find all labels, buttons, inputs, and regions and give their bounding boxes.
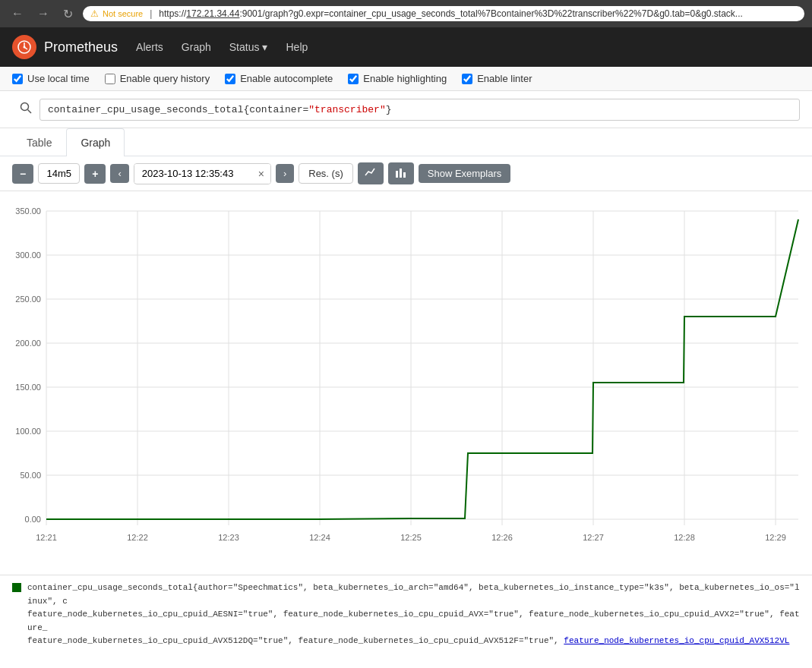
datetime-input[interactable] [134, 164, 252, 183]
svg-text:100.00: 100.00 [15, 427, 41, 436]
svg-text:12:28: 12:28 [674, 533, 695, 542]
line-chart-button[interactable] [358, 162, 384, 184]
svg-text:150.00: 150.00 [15, 383, 41, 392]
svg-text:200.00: 200.00 [15, 339, 41, 348]
legend-line-1: container_cpu_usage_seconds_total{author… [27, 581, 800, 608]
query-input-display[interactable]: container_cpu_usage_seconds_total{contai… [39, 99, 800, 121]
svg-text:250.00: 250.00 [15, 295, 41, 304]
enable-linter-option[interactable]: Enable linter [462, 73, 532, 84]
time-range-decrease-button[interactable]: − [12, 164, 33, 184]
refresh-button[interactable]: ↻ [59, 5, 77, 23]
brand: Prometheus [12, 35, 118, 59]
svg-text:12:29: 12:29 [765, 533, 786, 542]
graph-controls: − + ‹ × › Res. (s) Show Exemplars [0, 156, 812, 191]
svg-point-2 [21, 103, 29, 111]
browser-chrome: ← → ↻ ⚠ Not secure | https://172.21.34.4… [0, 0, 812, 27]
datetime-clear-button[interactable]: × [252, 164, 270, 184]
svg-text:12:22: 12:22 [127, 533, 148, 542]
use-local-time-option[interactable]: Use local time [12, 73, 90, 84]
query-text-prefix: container_cpu_usage_seconds_total{contai… [48, 104, 308, 115]
legend-line-2: feature_node_kubernetes_io_cpu_cpuid_AES… [27, 608, 800, 635]
svg-text:12:24: 12:24 [309, 533, 330, 542]
help-link[interactable]: Help [286, 41, 308, 53]
datetime-group: × [134, 163, 271, 184]
status-dropdown[interactable]: Status ▾ [229, 41, 268, 53]
time-next-button[interactable]: › [276, 164, 294, 183]
svg-rect-5 [400, 169, 402, 178]
url-display: https://172.21.34.44:9001/graph?g0.expr=… [159, 8, 743, 19]
query-bar: container_cpu_usage_seconds_total{contai… [0, 91, 812, 128]
enable-highlighting-label: Enable highlighting [363, 73, 447, 84]
graph-nav-link[interactable]: Graph [182, 41, 211, 53]
enable-linter-label: Enable linter [477, 73, 532, 84]
use-local-time-label: Use local time [27, 73, 90, 84]
tab-table[interactable]: Table [12, 128, 66, 156]
enable-autocomplete-checkbox[interactable] [225, 74, 235, 84]
enable-query-history-checkbox[interactable] [105, 74, 115, 84]
enable-autocomplete-option[interactable]: Enable autocomplete [225, 73, 333, 84]
svg-rect-6 [403, 172, 406, 178]
enable-query-history-option[interactable]: Enable query history [105, 73, 210, 84]
svg-text:300.00: 300.00 [15, 250, 41, 260]
svg-text:0.00: 0.00 [25, 515, 41, 524]
time-prev-button[interactable]: ‹ [110, 164, 128, 183]
use-local-time-checkbox[interactable] [12, 74, 23, 84]
tab-graph[interactable]: Graph [66, 128, 125, 156]
legend-area: container_cpu_usage_seconds_total{author… [0, 575, 812, 654]
enable-query-history-label: Enable query history [120, 73, 210, 84]
not-secure-label: Not secure [103, 9, 143, 18]
svg-text:350.00: 350.00 [15, 206, 41, 216]
back-button[interactable]: ← [8, 5, 27, 22]
svg-text:12:25: 12:25 [400, 533, 422, 542]
svg-rect-4 [396, 171, 398, 178]
legend-item: container_cpu_usage_seconds_total{author… [12, 581, 800, 648]
svg-text:50.00: 50.00 [20, 471, 41, 480]
address-bar[interactable]: ⚠ Not secure | https://172.21.34.44:9001… [83, 6, 804, 21]
tabs-bar: Table Graph [0, 128, 812, 156]
svg-point-1 [24, 46, 26, 49]
svg-text:12:23: 12:23 [218, 533, 239, 542]
enable-highlighting-option[interactable]: Enable highlighting [348, 73, 447, 84]
brand-name: Prometheus [44, 39, 118, 55]
prometheus-logo [12, 35, 36, 59]
legend-highlight-link[interactable]: feature_node_kubernetes_io_cpu_cpuid_AVX… [564, 636, 789, 645]
time-range-increase-button[interactable]: + [84, 164, 106, 184]
forward-button[interactable]: → [33, 5, 53, 22]
svg-text:12:21: 12:21 [36, 533, 57, 542]
enable-linter-checkbox[interactable] [462, 74, 472, 84]
options-bar: Use local time Enable query history Enab… [0, 67, 812, 91]
enable-highlighting-checkbox[interactable] [348, 74, 359, 84]
security-warning-icon: ⚠ [90, 8, 99, 19]
svg-text:12:27: 12:27 [583, 533, 604, 542]
navbar: Prometheus Alerts Graph Status ▾ Help [0, 27, 812, 67]
legend-text: container_cpu_usage_seconds_total{author… [27, 581, 800, 648]
search-icon [12, 97, 39, 121]
show-exemplars-button[interactable]: Show Exemplars [419, 164, 511, 183]
chart-area: 350.00 300.00 250.00 200.00 150.00 100.0… [0, 191, 812, 575]
svg-text:12:26: 12:26 [491, 533, 513, 542]
legend-line-3: feature_node_kubernetes_io_cpu_cpuid_AVX… [27, 635, 800, 648]
svg-line-3 [28, 110, 32, 114]
resolution-button[interactable]: Res. (s) [299, 163, 353, 184]
enable-autocomplete-label: Enable autocomplete [240, 73, 333, 84]
chart-svg: 350.00 300.00 250.00 200.00 150.00 100.0… [12, 199, 800, 571]
alerts-link[interactable]: Alerts [136, 41, 163, 53]
legend-color-box [12, 583, 21, 592]
query-text-value: "transcriber" [308, 104, 385, 115]
query-text-suffix: } [386, 104, 392, 115]
time-range-input[interactable] [38, 163, 80, 184]
bar-chart-button[interactable] [388, 162, 414, 184]
